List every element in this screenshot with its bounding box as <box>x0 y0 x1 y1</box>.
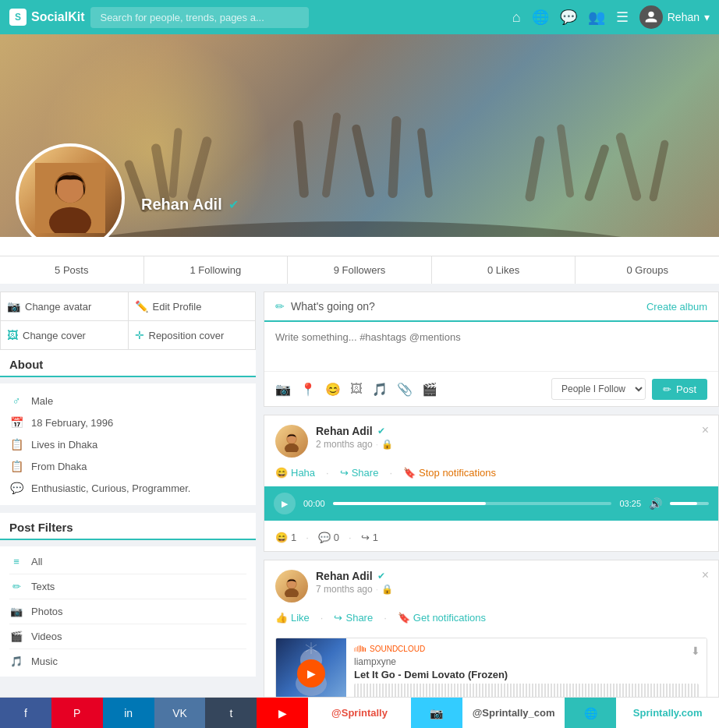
post-header-1: Rehan Adil ✔ 2 months ago · 🔒 × <box>264 415 718 464</box>
get-notifications-action[interactable]: 🔖 Get notifications <box>398 612 486 624</box>
progress-bar[interactable] <box>333 502 612 505</box>
sc-logo: SOUNDCLOUD <box>354 645 699 653</box>
post-verified-2: ✔ <box>377 571 385 581</box>
sc-title: Let It Go - Demi Lovato (Frozen) <box>354 669 699 680</box>
about-lives-text: Lives in Dhaka <box>31 439 97 451</box>
haha-action[interactable]: 😄 Haha <box>275 467 315 479</box>
facebook-share[interactable]: f <box>0 698 51 728</box>
volume-bar[interactable] <box>670 502 709 505</box>
sprintally-instagram: @Sprintally_com <box>462 707 565 719</box>
comment-icon: 💬 <box>318 532 331 543</box>
brand[interactable]: S SocialKit <box>9 9 84 26</box>
like-action[interactable]: 👍 Like <box>275 612 310 624</box>
vk-share[interactable]: VK <box>154 698 206 728</box>
reactions-count: 😄 1 <box>275 532 296 543</box>
change-cover-label: Change cover <box>23 330 86 341</box>
filter-photos[interactable]: 📷 Photos <box>9 599 246 624</box>
dropdown-arrow: ▾ <box>704 11 710 23</box>
video-attach-icon[interactable]: 🎬 <box>422 382 437 397</box>
filter-music-icon: 🎵 <box>9 656 23 667</box>
share-action-1[interactable]: ↪ Share <box>340 467 379 479</box>
about-bio-text: Enthusiastic, Curious, Programmer. <box>31 482 190 494</box>
filter-texts[interactable]: ✏ Texts <box>9 574 246 599</box>
home-icon[interactable]: ⌂ <box>512 9 521 26</box>
location-attach-icon[interactable]: 📍 <box>300 382 316 397</box>
composer-textarea[interactable] <box>264 322 718 369</box>
youtube-share[interactable]: ▶ <box>257 698 308 728</box>
sc-download-icon[interactable]: ⬇ <box>691 645 700 657</box>
post-close-2[interactable]: × <box>702 568 709 582</box>
reposition-cover-button[interactable]: ✛ Reposition cover <box>129 321 256 349</box>
play-button[interactable]: ▶ <box>274 493 296 514</box>
progress-fill <box>333 502 487 505</box>
change-avatar-label: Change avatar <box>25 301 91 313</box>
filter-texts-icon: ✏ <box>9 581 23 592</box>
filter-list: ≡ All ✏ Texts 📷 Photos 🎬 Videos 🎵 Music <box>0 546 256 677</box>
about-birthday-text: 18 February, 1996 <box>31 417 113 429</box>
post-meta-2: Rehan Adil ✔ 7 months ago · 🔒 <box>316 570 393 595</box>
volume-icon[interactable]: 🔊 <box>649 497 662 510</box>
filter-videos-icon: 🎬 <box>9 631 23 642</box>
svg-rect-39 <box>365 648 366 652</box>
linkedin-share[interactable]: in <box>103 698 154 728</box>
sc-play-button[interactable]: ▶ <box>297 659 325 687</box>
image-attach-icon[interactable]: 🖼 <box>350 382 363 397</box>
instagram-share[interactable]: 📷 <box>411 698 462 728</box>
svg-rect-15 <box>649 140 669 202</box>
filter-videos[interactable]: 🎬 Videos <box>9 624 246 649</box>
change-avatar-button[interactable]: 📷 Change avatar <box>1 292 128 320</box>
change-cover-button[interactable]: 🖼 Change cover <box>1 321 128 349</box>
photo-attach-icon[interactable]: 📷 <box>275 382 291 397</box>
post-button[interactable]: ✏ Post <box>652 379 707 400</box>
post-avatar-img-1 <box>281 430 303 452</box>
soundcloud-logo-icon <box>354 645 367 653</box>
menu-icon[interactable]: ☰ <box>616 9 629 26</box>
audience-select[interactable]: People I Follow <box>551 378 646 400</box>
filter-all[interactable]: ≡ All <box>9 550 246 574</box>
chat-icon[interactable]: 💬 <box>560 9 577 26</box>
instagram-icon: 📷 <box>430 707 443 719</box>
emoji-icon[interactable]: 😊 <box>325 382 341 397</box>
navbar-user[interactable]: Rehan ▾ <box>639 5 710 29</box>
stat-likes[interactable]: 0 Likes <box>432 256 576 284</box>
current-time: 00:00 <box>303 499 325 508</box>
stat-groups[interactable]: 0 Groups <box>576 256 719 284</box>
create-album-link[interactable]: Create album <box>646 301 707 313</box>
filter-photos-label: Photos <box>31 606 62 617</box>
post-avatar-1 <box>275 425 308 458</box>
globe-icon[interactable]: 🌐 <box>532 9 549 26</box>
brand-name: SocialKit <box>31 10 84 24</box>
tumblr-icon: t <box>229 707 232 719</box>
quote-icon: 💬 <box>9 482 23 494</box>
sprintally-twitter: @Sprintally <box>308 707 411 719</box>
website-link[interactable]: 🌐 <box>565 698 616 728</box>
stat-followers[interactable]: 9 Followers <box>288 256 432 284</box>
social-bar: f P in VK t ▶ @Sprintally 📷 @Sprintally_… <box>0 697 719 728</box>
profile-name: Rehan Adil <box>141 196 222 214</box>
svg-rect-9 <box>388 116 401 198</box>
about-gender-text: Male <box>31 395 53 407</box>
navbar-avatar <box>639 5 663 29</box>
stat-posts[interactable]: 5 Posts <box>0 256 144 284</box>
filter-photos-icon: 📷 <box>9 606 23 617</box>
pinterest-share[interactable]: P <box>51 698 103 728</box>
search-input[interactable] <box>90 7 309 28</box>
camera-icon: 📷 <box>7 300 20 313</box>
post-close-1[interactable]: × <box>702 423 709 437</box>
svg-rect-33 <box>356 647 356 652</box>
share-icon: ↪ <box>361 532 370 543</box>
edit-profile-button[interactable]: ✏️ Edit Profile <box>129 292 256 320</box>
website-icon: 🌐 <box>584 707 597 719</box>
stat-following[interactable]: 1 Following <box>144 256 289 284</box>
tumblr-share[interactable]: t <box>205 698 257 728</box>
share-action-2[interactable]: ↪ Share <box>334 612 373 624</box>
music-attach-icon[interactable]: 🎵 <box>372 382 388 397</box>
stop-notifications-action[interactable]: 🔖 Stop notifications <box>403 467 496 479</box>
post-author-1: Rehan Adil <box>316 425 373 437</box>
filter-music[interactable]: 🎵 Music <box>9 649 246 673</box>
svg-rect-11 <box>525 136 546 203</box>
users-icon[interactable]: 👥 <box>588 9 605 26</box>
file-attach-icon[interactable]: 📎 <box>397 382 413 397</box>
gender-icon: ♂ <box>9 394 23 407</box>
filter-all-label: All <box>31 556 42 567</box>
